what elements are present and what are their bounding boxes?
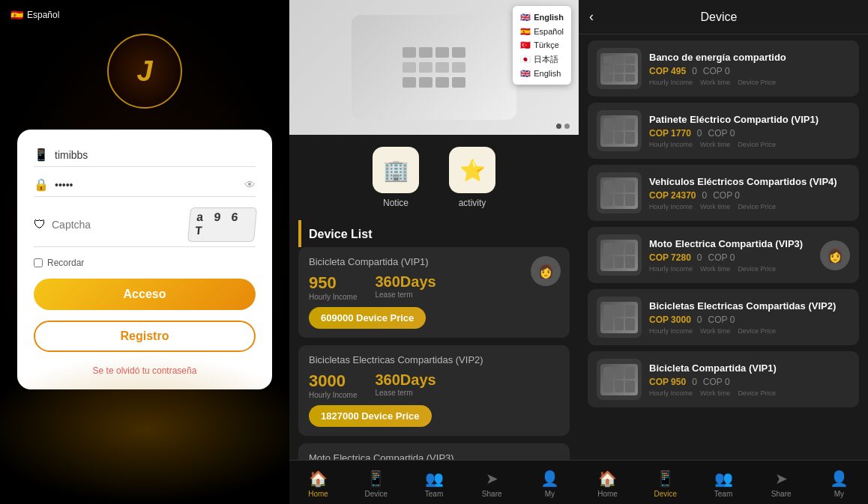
phone-icon: 📱 bbox=[34, 148, 49, 162]
flag-uk-1: 🇬🇧 bbox=[520, 10, 531, 25]
activity-icon-item[interactable]: ⭐ activity bbox=[449, 147, 495, 208]
device-name-4: Bicicletas Electricas Compartidas (VIP2) bbox=[649, 300, 850, 312]
remember-label: Recordar bbox=[47, 258, 84, 268]
lang-english-2[interactable]: 🇬🇧 English bbox=[520, 67, 564, 81]
username-input[interactable] bbox=[55, 149, 256, 161]
carousel-dots bbox=[556, 124, 570, 129]
device-nav-my[interactable]: 👤 My bbox=[810, 467, 868, 501]
language-selector[interactable]: 🇪🇸 Español bbox=[10, 9, 59, 21]
dot-2[interactable] bbox=[564, 124, 570, 129]
nav-share[interactable]: ➤ Share bbox=[463, 467, 521, 501]
device-name-0: Bicicleta Compartida (VIP1) bbox=[309, 256, 559, 267]
device-row-5[interactable]: Bicicleta Compartida (VIP1) COP 950 0 CO… bbox=[588, 351, 859, 407]
device-thumb-1 bbox=[597, 110, 642, 151]
device-card-0[interactable]: 👩 Bicicleta Compartida (VIP1) 950 Hourly… bbox=[298, 247, 570, 338]
notice-icon-item[interactable]: 🏢 Notice bbox=[373, 147, 419, 208]
device-nav-home-label: Home bbox=[597, 490, 618, 498]
device-info-2: Vehículos Eléctricos Compartidos (VIP4) … bbox=[649, 176, 850, 210]
income-label-1: Hourly Income bbox=[309, 391, 357, 399]
back-button[interactable]: ‹ bbox=[589, 9, 594, 25]
app-logo: J bbox=[107, 34, 182, 109]
share-icon-d: ➤ bbox=[775, 470, 788, 488]
nav-team[interactable]: 👥 Team bbox=[405, 467, 462, 501]
login-button[interactable]: Acceso bbox=[34, 279, 256, 310]
device-name-2: Vehículos Eléctricos Compartidos (VIP4) bbox=[649, 176, 850, 187]
device-bottom-nav: 🏠 Home 📱 Device 👥 Team ➤ Share 👤 My bbox=[579, 460, 868, 504]
device-nav-share[interactable]: ➤ Share bbox=[753, 467, 810, 501]
device-row-2[interactable]: Vehículos Eléctricos Compartidos (VIP4) … bbox=[588, 165, 859, 221]
device-thumb-3 bbox=[597, 234, 642, 276]
lease-value-1: 360Days bbox=[375, 371, 435, 389]
device-nav-my-label: My bbox=[834, 490, 844, 498]
device-price-0[interactable]: 609000 Device Price bbox=[309, 307, 426, 329]
device-name-5: Bicicleta Compartida (VIP1) bbox=[649, 362, 850, 374]
lang-turkce[interactable]: 🇹🇷 Türkçe bbox=[520, 38, 564, 52]
device-thumb-5 bbox=[597, 359, 642, 400]
device-prices-1: COP 1770 0 COP 0 bbox=[649, 128, 850, 139]
device-list-section: Device List 👩 Bicicleta Compartida (VIP1… bbox=[289, 220, 579, 460]
device-panel: ‹ Device Banco de energía compartido COP… bbox=[579, 0, 868, 504]
login-panel: 🇪🇸 Español J 📱 🔒 👁 🛡 a 9 6 T Recordar Ac… bbox=[0, 0, 289, 504]
income-label-0: Hourly Income bbox=[309, 293, 357, 301]
device-icon: 📱 bbox=[367, 470, 385, 488]
device-row-4[interactable]: Bicicletas Electricas Compartidas (VIP2)… bbox=[588, 289, 859, 345]
flag-jp: 🇯🇵 bbox=[520, 52, 531, 67]
lang-dropdown[interactable]: 🇬🇧 English 🇪🇸 Español 🇹🇷 Türkçe 🇯🇵 日本語 🇬… bbox=[513, 6, 571, 85]
notice-icon-box: 🏢 bbox=[373, 147, 419, 193]
device-nav-device[interactable]: 📱 Device bbox=[636, 467, 694, 501]
device-info-0: Banco de energía compartido COP 495 0 CO… bbox=[649, 52, 850, 86]
eye-icon[interactable]: 👁 bbox=[244, 178, 256, 191]
logo-letter: J bbox=[136, 55, 152, 88]
nav-device[interactable]: 📱 Device bbox=[347, 467, 405, 501]
device-row-1[interactable]: Patinete Eléctrico Compartido (VIP1) COP… bbox=[588, 103, 859, 159]
login-card: 📱 🔒 👁 🛡 a 9 6 T Recordar Acceso Registro… bbox=[17, 130, 272, 389]
share-icon: ➤ bbox=[486, 470, 498, 488]
register-button[interactable]: Registro bbox=[34, 321, 256, 352]
device-nav-team[interactable]: 👥 Team bbox=[694, 467, 752, 501]
device-prices-4: COP 3000 0 COP 0 bbox=[649, 315, 850, 325]
device-name-0: Banco de energía compartido bbox=[649, 52, 850, 63]
nav-my[interactable]: 👤 My bbox=[521, 467, 579, 501]
nav-team-label: Team bbox=[425, 490, 443, 498]
lease-value-0: 360Days bbox=[375, 273, 435, 291]
device-prices-5: COP 950 0 COP 0 bbox=[649, 377, 850, 387]
lease-label-0: Lease term bbox=[375, 291, 435, 299]
lang-espanol[interactable]: 🇪🇸 Español bbox=[520, 25, 564, 39]
captcha-input[interactable] bbox=[52, 219, 183, 231]
device-name-1: Bicicletas Electricas Compartidas (VIP2) bbox=[309, 354, 559, 365]
username-row: 📱 bbox=[34, 148, 256, 167]
captcha-image: a 9 6 T bbox=[187, 207, 257, 242]
nav-device-label: Device bbox=[365, 490, 388, 498]
avatar-0: 👩 bbox=[531, 256, 561, 286]
home-panel: 🇬🇧 English 🇪🇸 Español 🇹🇷 Türkçe 🇯🇵 日本語 🇬… bbox=[289, 0, 579, 504]
device-info-1: Patinete Eléctrico Compartido (VIP1) COP… bbox=[649, 114, 850, 148]
notice-label: Notice bbox=[383, 198, 409, 208]
flag-tr: 🇹🇷 bbox=[520, 38, 531, 52]
lang-japanese[interactable]: 🇯🇵 日本語 bbox=[520, 52, 564, 67]
nav-home[interactable]: 🏠 Home bbox=[289, 467, 347, 501]
device-nav-home[interactable]: 🏠 Home bbox=[579, 467, 636, 501]
device-labels-2: Hourly Income Work time Device Price bbox=[649, 203, 850, 210]
device-price-1[interactable]: 1827000 Device Price bbox=[309, 405, 432, 427]
nav-home-label: Home bbox=[308, 490, 328, 498]
forgot-password-link[interactable]: Se te olvidó tu contraseña bbox=[34, 365, 256, 376]
device-row-3[interactable]: Moto Electrica Compartida (VIP3) COP 728… bbox=[588, 227, 859, 283]
lang-english-1[interactable]: 🇬🇧 English bbox=[520, 10, 564, 25]
flag-es: 🇪🇸 bbox=[520, 25, 531, 39]
device-card-1[interactable]: Bicicletas Electricas Compartidas (VIP2)… bbox=[298, 345, 570, 436]
captcha-row: 🛡 a 9 6 T bbox=[34, 207, 256, 247]
device-info-3: Moto Electrica Compartida (VIP3) COP 728… bbox=[649, 238, 813, 273]
device-labels-3: Hourly Income Work time Device Price bbox=[649, 265, 813, 273]
device-prices-3: COP 7280 0 COP 0 bbox=[649, 252, 813, 263]
password-input[interactable] bbox=[55, 179, 238, 191]
device-card-2[interactable]: Moto Electrica Compartida (VIP3) 7000 Ho… bbox=[298, 443, 570, 460]
device-prices-0: COP 495 0 COP 0 bbox=[649, 66, 850, 76]
dot-1[interactable] bbox=[556, 124, 561, 129]
team-icon-d: 👥 bbox=[714, 470, 733, 488]
nav-my-label: My bbox=[545, 490, 555, 498]
device-row-0[interactable]: Banco de energía compartido COP 495 0 CO… bbox=[588, 40, 859, 97]
income-value-1: 3000 bbox=[309, 371, 357, 391]
remember-checkbox[interactable] bbox=[34, 258, 43, 267]
flag-icon: 🇪🇸 bbox=[10, 9, 23, 21]
device-name-2: Moto Electrica Compartida (VIP3) bbox=[309, 452, 559, 460]
